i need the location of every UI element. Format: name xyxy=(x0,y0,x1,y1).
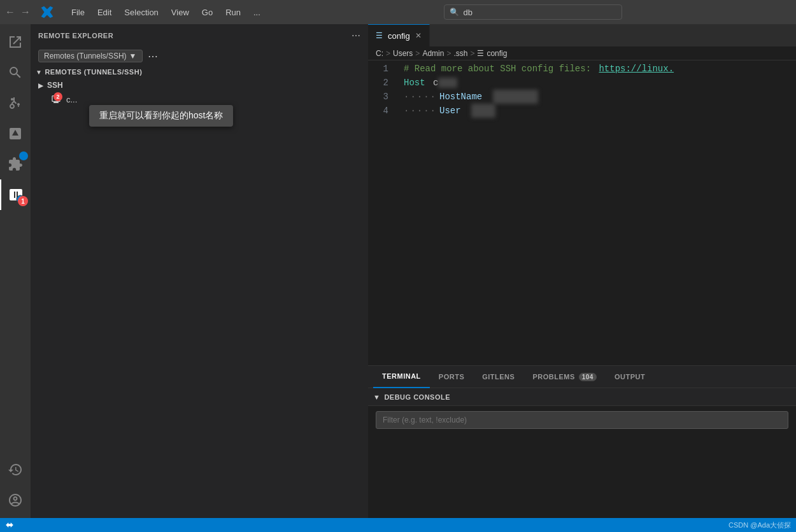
source-control-icon xyxy=(8,95,23,111)
editor-area: ☰ config ✕ C: > Users > Admin > .ssh > ☰… xyxy=(368,24,796,518)
tab-ports[interactable]: PORTS xyxy=(430,366,473,388)
sidebar-more-actions[interactable]: ⋯ xyxy=(352,31,360,41)
menu-view[interactable]: View xyxy=(166,6,194,18)
ssh-chevron-icon: ▶ xyxy=(38,82,43,89)
menu-selection[interactable]: Selection xyxy=(119,6,163,18)
remotes-section-header[interactable]: ▼ REMOTES (TUNNELS/SSH) xyxy=(31,66,368,78)
run-debug-icon xyxy=(8,126,23,141)
menu-more[interactable]: ... xyxy=(248,6,266,18)
link-text[interactable]: https://linux. xyxy=(599,62,674,76)
config-file-icon: ☰ xyxy=(376,31,383,40)
remotes-chevron-icon: ▼ xyxy=(36,69,42,76)
tab-problems[interactable]: PROBLEMS 104 xyxy=(523,366,606,388)
sidebar-item-timeline[interactable] xyxy=(0,454,31,485)
debug-console-header: ▼ DEBUG CONSOLE xyxy=(368,388,796,406)
search-box[interactable]: 🔍 xyxy=(444,4,622,20)
ssh-host-item[interactable]: c... 2 xyxy=(36,92,363,106)
nav-arrows: ← → xyxy=(5,6,31,18)
remote-icon-status xyxy=(5,521,14,529)
remote-indicator[interactable] xyxy=(5,521,14,529)
bottom-panel: TERMINAL PORTS GITLENS PROBLEMS 104 OUTP… xyxy=(368,365,796,518)
indent-dots-4: ····· xyxy=(404,104,437,118)
remotes-dropdown-row: Remotes (Tunnels/SSH) ▼ ⋯ xyxy=(31,46,368,66)
tab-output[interactable]: OUTPUT xyxy=(606,366,654,388)
explorer-icon xyxy=(8,34,23,50)
sidebar-item-accounts[interactable] xyxy=(0,485,31,515)
comment-text: # Read more about SSH config files: xyxy=(404,62,596,76)
ssh-section: ▶ SSH c... 2 xyxy=(31,78,368,106)
sidebar-item-search[interactable] xyxy=(0,57,31,88)
search-icon-activity xyxy=(8,65,23,80)
tab-gitlens[interactable]: GITLENS xyxy=(473,366,523,388)
search-input[interactable] xyxy=(463,8,616,17)
tab-config[interactable]: ☰ config ✕ xyxy=(368,24,430,46)
code-line-4: ····· User xyxy=(404,104,796,118)
debug-console-chevron: ▼ xyxy=(373,393,380,401)
tab-bar: ☰ config ✕ xyxy=(368,24,796,46)
remotes-dropdown-label: Remotes (Tunnels/SSH) xyxy=(44,52,127,60)
remotes-dropdown-button[interactable]: Remotes (Tunnels/SSH) ▼ xyxy=(38,50,143,62)
sidebar-item-extensions[interactable] xyxy=(0,149,31,179)
breadcrumb-users[interactable]: Users xyxy=(393,49,413,58)
sidebar-title: REMOTE EXPLORER xyxy=(38,32,113,39)
menu-run[interactable]: Run xyxy=(220,6,246,18)
title-bar: ← → File Edit Selection View Go Run ... … xyxy=(0,0,796,24)
sidebar-panel: REMOTE EXPLORER ⋯ Remotes (Tunnels/SSH) … xyxy=(31,24,368,518)
code-editor[interactable]: # Read more about SSH config files: http… xyxy=(394,60,796,365)
breadcrumb-admin[interactable]: Admin xyxy=(422,49,444,58)
problems-badge: 104 xyxy=(579,373,597,381)
status-right: CSDN @Ada大侦探 xyxy=(728,521,791,530)
sidebar-item-run-debug[interactable] xyxy=(0,118,31,149)
title-search-area: 🔍 xyxy=(276,4,791,20)
indent-dots-3: ····· xyxy=(404,90,437,104)
sidebar-actions: ⋯ xyxy=(352,31,360,41)
editor-content: 1 2 3 4 # Read more about SSH config fil… xyxy=(368,60,796,365)
sidebar-content: ▼ REMOTES (TUNNELS/SSH) ▶ SSH c... 2 xyxy=(31,66,368,518)
hostname-value-blurred xyxy=(493,90,538,104)
tab-terminal[interactable]: TERMINAL xyxy=(373,366,430,388)
main-layout: 1 REMOTE EXPLORER ⋯ Remotes (Tunnels/SSH… xyxy=(0,24,796,518)
ssh-host-badge: 2 xyxy=(53,92,62,101)
sidebar-header: REMOTE EXPLORER ⋯ xyxy=(31,24,368,46)
forward-arrow[interactable]: → xyxy=(20,6,31,18)
tab-close-button[interactable]: ✕ xyxy=(415,31,422,40)
menu-edit[interactable]: Edit xyxy=(92,6,117,18)
menu-file[interactable]: File xyxy=(66,6,90,18)
breadcrumb-c[interactable]: C: xyxy=(376,49,383,58)
code-line-1: # Read more about SSH config files: http… xyxy=(404,62,796,76)
line-num-3: 3 xyxy=(368,90,388,104)
remote-explorer-badge: 1 xyxy=(18,196,28,206)
menu-go[interactable]: Go xyxy=(197,6,218,18)
ssh-section-label: SSH xyxy=(47,81,63,90)
sidebar-item-remote-explorer[interactable]: 1 xyxy=(0,179,31,210)
menu-bar: File Edit Selection View Go Run ... xyxy=(66,6,266,18)
back-arrow[interactable]: ← xyxy=(5,6,15,18)
breadcrumb-file-icon-inline: ☰ xyxy=(477,49,484,58)
vscode-logo xyxy=(41,6,53,18)
line-num-4: 4 xyxy=(368,104,388,118)
user-key: User xyxy=(439,104,461,118)
panel-tabs: TERMINAL PORTS GITLENS PROBLEMS 104 OUTP… xyxy=(368,366,796,388)
activity-bar: 1 xyxy=(0,24,31,518)
ssh-host-label: c... xyxy=(66,95,77,104)
hostname-key: HostName xyxy=(439,90,482,104)
debug-filter-input[interactable] xyxy=(376,411,788,429)
tooltip: 重启就可以看到你起的host名称 xyxy=(89,105,233,127)
sidebar-overflow-menu[interactable]: ⋯ xyxy=(148,50,158,62)
timeline-icon xyxy=(8,462,23,477)
line-num-2: 2 xyxy=(368,76,388,90)
breadcrumb-config[interactable]: config xyxy=(487,49,507,58)
csdn-watermark: CSDN @Ada大侦探 xyxy=(728,521,791,530)
line-num-1: 1 xyxy=(368,62,388,76)
breadcrumb-ssh[interactable]: .ssh xyxy=(453,49,467,58)
sidebar-item-explorer[interactable] xyxy=(0,27,31,57)
sidebar-item-source-control[interactable] xyxy=(0,88,31,118)
search-icon: 🔍 xyxy=(450,8,459,17)
host-value-blurred: c xyxy=(428,76,457,90)
chevron-down-icon: ▼ xyxy=(129,52,137,60)
status-bar: CSDN @Ada大侦探 xyxy=(0,518,796,532)
line-numbers: 1 2 3 4 xyxy=(368,60,394,365)
ssh-section-header[interactable]: ▶ SSH xyxy=(36,78,363,92)
debug-console-label: DEBUG CONSOLE xyxy=(384,393,450,401)
code-line-2: Host c xyxy=(404,76,796,90)
